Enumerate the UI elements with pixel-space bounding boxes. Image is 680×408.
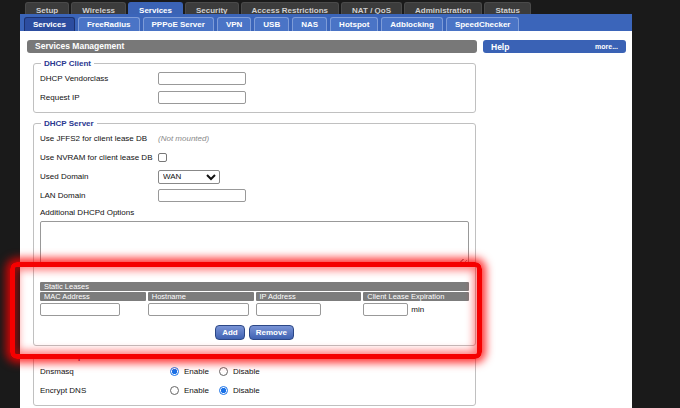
request-ip-label: Request IP bbox=[40, 93, 158, 102]
encrypt-dns-enable-label: Enable bbox=[184, 386, 209, 395]
ip-cell bbox=[256, 303, 362, 316]
help-more-link[interactable]: more... bbox=[595, 43, 618, 50]
subtab-vpn[interactable]: VPN bbox=[217, 17, 251, 31]
dhcp-client-legend: DHCP Client bbox=[41, 59, 94, 68]
mac-address-input[interactable] bbox=[40, 303, 120, 316]
page-title: Services Management bbox=[27, 40, 477, 53]
dhcp-client-fieldset: DHCP Client DHCP Vendorclass Request IP bbox=[33, 59, 476, 113]
dnsmasq-legend: Dnsmasq bbox=[41, 352, 83, 361]
lease-buttons-row: Add Remove bbox=[40, 325, 469, 340]
subtab-adblocking[interactable]: Adblocking bbox=[381, 17, 443, 31]
static-leases-table: Static Leases MAC Address Hostname IP Ad… bbox=[40, 282, 469, 316]
jffs2-row: Use JFFS2 for client lease DB (Not mount… bbox=[40, 129, 469, 148]
static-leases-title: Static Leases bbox=[40, 282, 469, 291]
used-domain-row: Used Domain WAN bbox=[40, 167, 469, 186]
subtab-hotspot[interactable]: Hotspot bbox=[330, 17, 378, 31]
lan-domain-input[interactable] bbox=[158, 189, 246, 202]
ip-address-input[interactable] bbox=[256, 303, 321, 316]
encrypt-dns-radio-group: Enable Disable bbox=[170, 386, 260, 395]
mac-cell bbox=[40, 303, 146, 316]
dhcp-vendorclass-input[interactable] bbox=[158, 72, 246, 85]
subtab-services[interactable]: Services bbox=[24, 17, 75, 31]
additional-options-label: Additional DHCPd Options bbox=[40, 208, 469, 220]
jffs2-label: Use JFFS2 for client lease DB bbox=[40, 134, 158, 143]
static-leases-header-row: MAC Address Hostname IP Address Client L… bbox=[40, 292, 469, 301]
request-ip-row: Request IP bbox=[40, 88, 469, 107]
dnsmasq-radio-group: Enable Disable bbox=[170, 367, 260, 376]
nvram-row: Use NVRAM for client lease DB bbox=[40, 148, 469, 167]
dhcp-vendorclass-row: DHCP Vendorclass bbox=[40, 69, 469, 88]
lan-domain-label: LAN Domain bbox=[40, 191, 158, 200]
encrypt-dns-row: Encrypt DNS Enable Disable bbox=[40, 381, 469, 400]
encrypt-dns-enable-radio[interactable] bbox=[170, 386, 179, 395]
dnsmasq-enable-radio[interactable] bbox=[170, 367, 179, 376]
nvram-checkbox[interactable] bbox=[158, 153, 167, 162]
hostname-cell bbox=[148, 303, 254, 316]
dhcp-vendorclass-label: DHCP Vendorclass bbox=[40, 74, 158, 83]
static-leases-input-row: min bbox=[40, 303, 469, 316]
used-domain-select[interactable]: WAN bbox=[158, 170, 220, 184]
hostname-input[interactable] bbox=[148, 303, 249, 316]
add-button[interactable]: Add bbox=[215, 325, 245, 340]
expiration-cell: min bbox=[363, 303, 469, 316]
request-ip-input[interactable] bbox=[158, 91, 246, 104]
subtab-nas[interactable]: NAS bbox=[292, 17, 327, 31]
encrypt-dns-disable-radio[interactable] bbox=[219, 386, 228, 395]
dnsmasq-row: Dnsmasq Enable Disable bbox=[40, 362, 469, 381]
col-header-mac: MAC Address bbox=[40, 292, 146, 301]
dnsmasq-disable-radio[interactable] bbox=[219, 367, 228, 376]
subtab-freeradius[interactable]: FreeRadius bbox=[78, 17, 140, 31]
col-header-expiration: Client Lease Expiration bbox=[363, 292, 469, 301]
col-header-ip: IP Address bbox=[256, 292, 362, 301]
subtab-speedchecker[interactable]: SpeedChecker bbox=[446, 17, 520, 31]
jffs2-status: (Not mounted) bbox=[158, 134, 209, 143]
dnsmasq-fieldset: Dnsmasq Dnsmasq Enable Disable Encrypt D… bbox=[33, 352, 476, 406]
encrypt-dns-disable-label: Disable bbox=[233, 386, 260, 395]
dhcp-server-fieldset: DHCP Server Use JFFS2 for client lease D… bbox=[33, 119, 476, 346]
lan-domain-row: LAN Domain bbox=[40, 186, 469, 205]
services-sub-tabs: Services FreeRadius PPPoE Server VPN USB… bbox=[20, 14, 632, 31]
main-column: Services Management DHCP Client DHCP Ven… bbox=[20, 31, 482, 408]
lease-expiration-input[interactable] bbox=[363, 303, 408, 316]
dnsmasq-label: Dnsmasq bbox=[40, 367, 170, 376]
router-admin-page: Setup Wireless Services Security Access … bbox=[0, 0, 680, 408]
help-column: Help more... bbox=[482, 31, 632, 408]
remove-button[interactable]: Remove bbox=[249, 325, 294, 340]
content-area: Services Management DHCP Client DHCP Ven… bbox=[20, 31, 632, 408]
subtab-pppoe-server[interactable]: PPPoE Server bbox=[143, 17, 214, 31]
min-unit-label: min bbox=[411, 305, 424, 314]
dnsmasq-enable-label: Enable bbox=[184, 367, 209, 376]
dnsmasq-disable-label: Disable bbox=[233, 367, 260, 376]
additional-options-textarea[interactable] bbox=[40, 221, 469, 265]
help-title: Help bbox=[491, 42, 509, 52]
used-domain-label: Used Domain bbox=[40, 172, 158, 181]
col-header-hostname: Hostname bbox=[148, 292, 254, 301]
subtab-usb[interactable]: USB bbox=[254, 17, 289, 31]
nvram-label: Use NVRAM for client lease DB bbox=[40, 153, 158, 162]
encrypt-dns-label: Encrypt DNS bbox=[40, 386, 170, 395]
help-header: Help more... bbox=[483, 40, 626, 53]
dhcp-server-legend: DHCP Server bbox=[41, 119, 97, 128]
